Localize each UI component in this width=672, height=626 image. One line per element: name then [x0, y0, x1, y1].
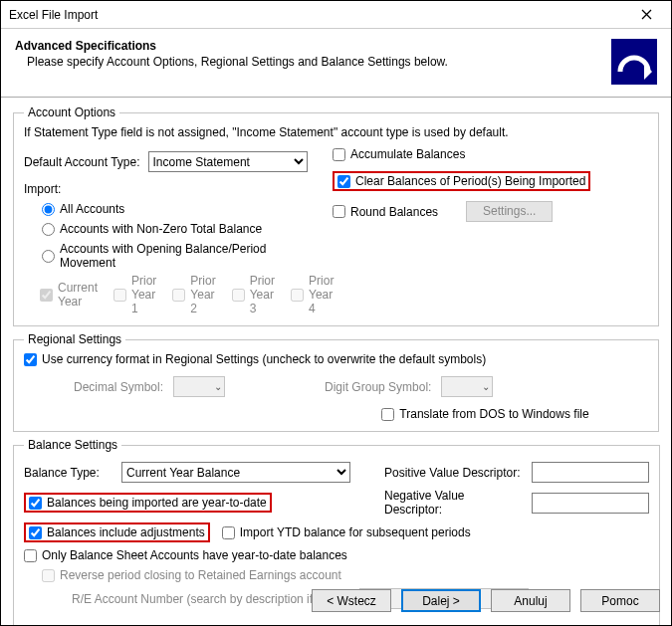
account-options-legend: Account Options	[24, 105, 119, 119]
check-prior-year-3-label: Prior Year 3	[250, 274, 275, 315]
check-import-ytd-subsequent-label: Import YTD balance for subsequent period…	[240, 525, 471, 539]
titlebar: Excel File Import	[1, 1, 671, 29]
decimal-symbol-select: ⌄	[173, 376, 225, 397]
check-prior-year-4-label: Prior Year 4	[309, 274, 334, 315]
check-currency-format-label: Use currency format in Regional Settings…	[42, 352, 486, 366]
positive-descriptor-input[interactable]	[532, 462, 649, 483]
negative-descriptor-input[interactable]	[532, 493, 649, 514]
cancel-button[interactable]: Anuluj	[491, 589, 570, 612]
regional-settings-legend: Regional Settings	[24, 332, 125, 346]
check-prior-year-1: Prior Year 1	[113, 274, 156, 315]
check-only-balance-sheet-label: Only Balance Sheet Accounts have year-to…	[42, 548, 347, 562]
radio-opening[interactable]: Accounts with Opening Balance/Period Mov…	[42, 242, 323, 270]
account-options-group: Account Options If Statement Type field …	[13, 105, 659, 326]
radio-opening-label: Accounts with Opening Balance/Period Mov…	[60, 242, 323, 270]
radio-all-accounts-label: All Accounts	[60, 202, 124, 216]
balance-settings-legend: Balance Settings	[24, 438, 121, 452]
default-account-type-select[interactable]: Income Statement	[148, 151, 308, 172]
highlight-adjustments: Balances include adjustments	[24, 522, 210, 542]
check-prior-year-4: Prior Year 4	[291, 274, 334, 315]
check-clear-balances-label: Clear Balances of Period(s) Being Import…	[355, 174, 585, 188]
wizard-icon	[611, 39, 657, 85]
positive-descriptor-label: Positive Value Descriptor:	[384, 466, 524, 480]
check-current-year: Current Year	[40, 274, 98, 315]
check-accumulate[interactable]: Accumulate Balances	[333, 147, 638, 161]
check-prior-year-2: Prior Year 2	[172, 274, 215, 315]
digit-group-label: Digit Group Symbol:	[325, 380, 431, 394]
check-import-ytd-subsequent[interactable]: Import YTD balance for subsequent period…	[222, 525, 471, 539]
back-button[interactable]: < Wstecz	[312, 589, 391, 612]
check-round-balances[interactable]: Round Balances	[333, 205, 438, 219]
check-prior-year-1-label: Prior Year 1	[131, 274, 156, 315]
window-title: Excel File Import	[9, 8, 98, 22]
radio-all-accounts[interactable]: All Accounts	[42, 202, 323, 216]
check-prior-year-3: Prior Year 3	[232, 274, 275, 315]
regional-settings-group: Regional Settings Use currency format in…	[13, 332, 659, 432]
check-translate-dos-label: Translate from DOS to Windows file	[399, 407, 588, 421]
wizard-footer: < Wstecz Dalej > Anuluj Pomoc	[0, 579, 672, 626]
check-ytd[interactable]: Balances being imported are year-to-date	[29, 496, 267, 510]
check-round-balances-label: Round Balances	[350, 205, 438, 219]
help-button[interactable]: Pomoc	[580, 589, 660, 612]
negative-descriptor-label: Negative Value Descriptor:	[384, 489, 524, 517]
close-icon	[641, 9, 652, 20]
default-account-type-label: Default Account Type:	[24, 155, 140, 169]
check-adjustments[interactable]: Balances include adjustments	[29, 525, 205, 539]
balance-type-label: Balance Type:	[24, 466, 113, 480]
check-currency-format[interactable]: Use currency format in Regional Settings…	[24, 352, 638, 366]
radio-nonzero[interactable]: Accounts with Non-Zero Total Balance	[42, 222, 323, 236]
check-adjustments-label: Balances include adjustments	[47, 525, 205, 539]
check-accumulate-label: Accumulate Balances	[350, 147, 465, 161]
check-only-balance-sheet[interactable]: Only Balance Sheet Accounts have year-to…	[24, 548, 347, 562]
chevron-down-icon: ⌄	[214, 381, 222, 392]
page-title: Advanced Specifications	[15, 39, 611, 53]
check-ytd-label: Balances being imported are year-to-date	[47, 496, 267, 510]
digit-group-select: ⌄	[441, 376, 493, 397]
check-clear-balances[interactable]: Clear Balances of Period(s) Being Import…	[337, 174, 585, 188]
check-translate-dos[interactable]: Translate from DOS to Windows file	[381, 407, 588, 421]
highlight-clear-balances: Clear Balances of Period(s) Being Import…	[333, 171, 590, 191]
check-prior-year-2-label: Prior Year 2	[190, 274, 215, 315]
round-settings-button: Settings...	[466, 201, 553, 222]
radio-nonzero-label: Accounts with Non-Zero Total Balance	[60, 222, 262, 236]
decimal-symbol-label: Decimal Symbol:	[74, 380, 163, 394]
next-button[interactable]: Dalej >	[401, 589, 481, 612]
close-button[interactable]	[629, 4, 663, 26]
balance-type-select[interactable]: Current Year Balance	[121, 462, 350, 483]
chevron-down-icon: ⌄	[482, 381, 490, 392]
check-current-year-label: Current Year	[58, 281, 98, 309]
wizard-header: Advanced Specifications Please specify A…	[1, 29, 671, 98]
page-subtitle: Please specify Account Options, Regional…	[27, 55, 611, 69]
highlight-ytd: Balances being imported are year-to-date	[24, 493, 272, 513]
account-note: If Statement Type field is not assigned,…	[24, 125, 648, 139]
import-label: Import:	[24, 182, 333, 196]
